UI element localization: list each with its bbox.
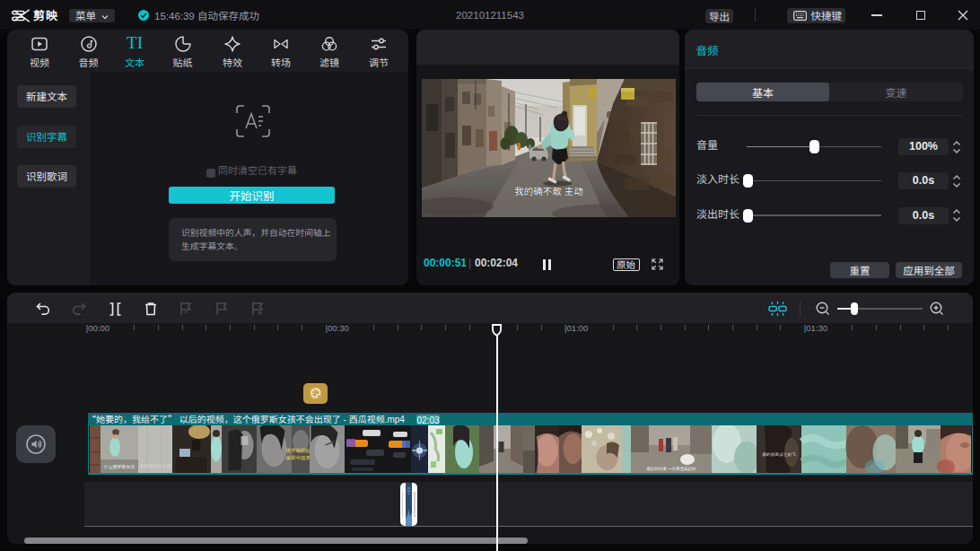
svg-text:AI: AI [184,308,188,314]
svg-text:我的确不敢 主动: 我的确不敢 主动 [514,184,582,197]
svg-text:最好的结果 一定是遇着好的: 最好的结果 一定是遇着好的 [646,466,696,472]
svg-text:什么俄罗斯女孩: 什么俄罗斯女孩 [103,463,135,469]
svg-text:女孩英语这么溜: 女孩英语这么溜 [139,462,171,469]
svg-text:嫁的很远 就立刻飞: 嫁的很远 就立刻飞 [761,451,796,457]
